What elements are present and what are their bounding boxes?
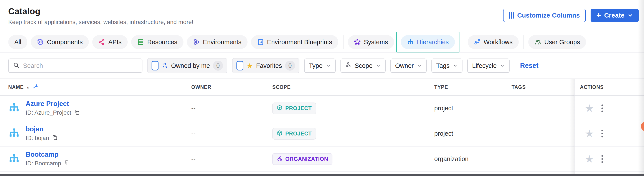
- tab-components[interactable]: Components: [31, 35, 88, 49]
- type-cell: organization: [429, 156, 506, 163]
- column-header-scope[interactable]: SCOPE: [267, 84, 429, 90]
- table-row: Bootcamp ID: Bootcamp --: [0, 147, 644, 172]
- owner-cell: --: [186, 105, 267, 112]
- users-icon: [534, 39, 541, 45]
- scope-cell: PROJECT: [267, 128, 429, 140]
- column-header-owner[interactable]: OWNER: [186, 84, 267, 90]
- entity-name-link[interactable]: Bootcamp: [26, 151, 70, 159]
- scope-filter-label: Scope: [355, 62, 372, 69]
- blueprint-icon: [257, 39, 264, 45]
- scope-badge-label: ORGANIZATION: [285, 156, 328, 162]
- tab-all-label: All: [14, 39, 21, 46]
- hierarchies-highlight-box: Hierarchies: [396, 32, 460, 52]
- name-cell: Azure Project ID: Azure_Project: [0, 100, 186, 117]
- person-icon: [162, 62, 168, 69]
- tab-apis[interactable]: APIs: [92, 35, 128, 49]
- tab-systems[interactable]: Systems: [348, 35, 394, 49]
- name-column-divider: [186, 79, 186, 174]
- kebab-menu-button[interactable]: [600, 103, 605, 114]
- scope-cell: ORGANIZATION: [267, 153, 429, 165]
- tags-filter-label: Tags: [436, 62, 450, 69]
- column-header-tags[interactable]: TAGS: [506, 84, 575, 90]
- tab-resources[interactable]: Resources: [131, 35, 184, 49]
- favorite-star-button[interactable]: ★: [585, 154, 594, 164]
- lifecycle-filter-dropdown[interactable]: Lifecycle: [467, 58, 510, 73]
- header-actions: Customize Columns + Create: [503, 9, 639, 22]
- cube-icon: [276, 130, 283, 137]
- catalog-tabs: All Components APIs Resources Environmen…: [0, 32, 644, 52]
- org-chart-icon: [276, 156, 283, 163]
- type-filter-dropdown[interactable]: Type: [304, 58, 336, 73]
- favorite-star-button[interactable]: ★: [585, 103, 594, 114]
- owner-filter-dropdown[interactable]: Owner: [390, 58, 427, 73]
- page-header: Catalog Keep track of applications, serv…: [0, 0, 644, 31]
- pin-icon[interactable]: [32, 83, 38, 91]
- favorites-filter[interactable]: ★ Favorites 0: [232, 58, 300, 73]
- scope-badge[interactable]: PROJECT: [272, 128, 316, 140]
- entity-id-label: ID: Bootcamp: [26, 160, 61, 167]
- scope-badge[interactable]: ORGANIZATION: [272, 153, 332, 165]
- tab-hierarchies-label: Hierarchies: [417, 39, 449, 46]
- chevron-down-icon: [417, 63, 422, 68]
- kebab-menu-button[interactable]: [600, 154, 605, 165]
- owned-by-me-filter[interactable]: Owned by me 0: [147, 58, 227, 73]
- sort-asc-icon[interactable]: ▲: [26, 85, 30, 89]
- owner-cell: --: [186, 130, 267, 137]
- actions-cell: ★: [575, 154, 644, 165]
- favorites-label: Favorites: [256, 62, 282, 69]
- workflow-icon: [474, 39, 481, 45]
- tab-user-groups[interactable]: User Groups: [528, 35, 586, 49]
- tab-environment-blueprints[interactable]: Environment Blueprints: [251, 35, 338, 49]
- tab-environments[interactable]: Environments: [187, 35, 248, 49]
- header-titles: Catalog Keep track of applications, serv…: [8, 5, 193, 25]
- column-header-actions: ACTIONS: [575, 84, 644, 90]
- entities-table: NAME ▲ OWNER SCOPE TYPE TAGS ACTIONS Azu…: [0, 78, 644, 174]
- customize-columns-button[interactable]: Customize Columns: [503, 9, 586, 22]
- favorites-count: 0: [285, 61, 295, 71]
- tags-filter-dropdown[interactable]: Tags: [432, 58, 462, 73]
- scope-filter-dropdown[interactable]: Scope: [340, 58, 386, 73]
- favorite-star-button[interactable]: ★: [585, 129, 594, 139]
- create-button[interactable]: + Create: [590, 9, 639, 22]
- star-network-icon: [354, 39, 361, 45]
- filters-bar: Owned by me 0 ★ Favorites 0 Type Scope: [0, 52, 644, 78]
- create-label: Create: [604, 12, 624, 19]
- entity-name-link[interactable]: Azure Project: [26, 100, 80, 108]
- reset-filters-link[interactable]: Reset: [520, 62, 538, 70]
- catalog-page: Catalog Keep track of applications, serv…: [0, 0, 644, 176]
- scope-badge[interactable]: PROJECT: [272, 103, 316, 114]
- kebab-menu-button[interactable]: [600, 128, 605, 139]
- tab-all[interactable]: All: [8, 35, 27, 49]
- chevron-down-icon: [376, 63, 381, 68]
- scope-badge-label: PROJECT: [285, 131, 312, 137]
- org-chart-icon: [407, 39, 414, 45]
- scope-badge-label: PROJECT: [285, 105, 312, 111]
- owned-by-me-count: 0: [213, 61, 223, 71]
- owned-by-me-checkbox[interactable]: [152, 61, 158, 70]
- tab-workflows[interactable]: Workflows: [468, 35, 519, 49]
- name-cell: Bootcamp ID: Bootcamp: [0, 151, 186, 167]
- hexagons-icon: [193, 39, 200, 45]
- copy-icon[interactable]: [52, 134, 58, 142]
- owner-filter-label: Owner: [395, 62, 414, 69]
- favorites-checkbox[interactable]: [236, 61, 244, 70]
- tab-resources-label: Resources: [147, 39, 178, 46]
- entity-name-link[interactable]: bojan: [26, 125, 58, 133]
- tab-apis-label: APIs: [108, 39, 122, 46]
- chevron-down-icon: [500, 63, 505, 68]
- copy-icon[interactable]: [74, 109, 80, 117]
- search-input[interactable]: [23, 62, 138, 69]
- tab-systems-label: Systems: [364, 39, 388, 46]
- entity-id-label: ID: bojan: [26, 135, 49, 142]
- actions-column-shadow: [570, 79, 574, 174]
- partial-next-row: [0, 172, 644, 174]
- tabs-divider: [343, 35, 344, 49]
- tab-environments-label: Environments: [203, 39, 242, 46]
- hierarchy-entity-icon: [8, 128, 20, 140]
- name-cell: bojan ID: bojan: [0, 125, 186, 142]
- actions-column-divider: [574, 79, 575, 174]
- tab-hierarchies[interactable]: Hierarchies: [401, 35, 455, 49]
- column-header-name[interactable]: NAME ▲: [0, 83, 186, 91]
- copy-icon[interactable]: [64, 160, 70, 167]
- column-header-type[interactable]: TYPE: [429, 84, 506, 90]
